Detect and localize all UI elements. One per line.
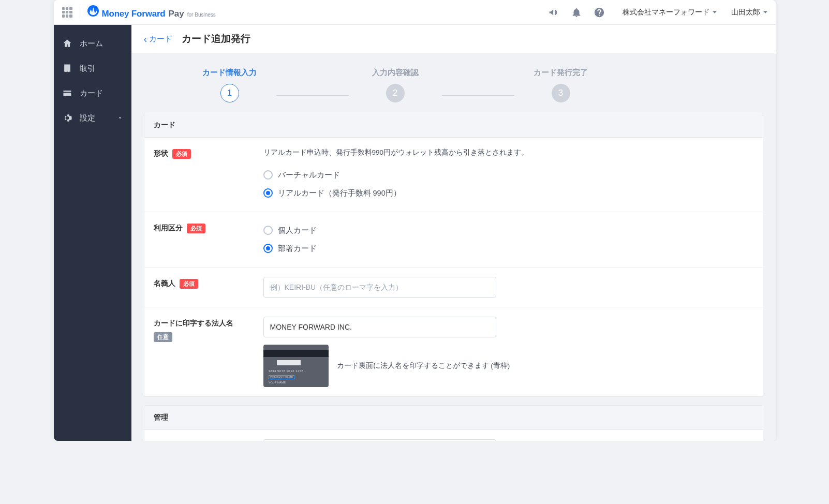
sidebar-item-label: 設定: [80, 113, 95, 123]
step-circle: 3: [552, 84, 570, 102]
gear-icon: [62, 113, 72, 123]
step-line: [442, 95, 514, 96]
shape-note: リアルカード申込時、発行手数料990円がウォレット残高から引き落とされます。: [263, 147, 606, 159]
row-usage: 利用区分 必須 個人カード 部署カード: [144, 212, 763, 268]
user-dropdown[interactable]: 山田太郎: [731, 8, 767, 17]
radio-label: リアルカード（発行手数料 990円）: [278, 188, 401, 198]
required-badge: 必須: [187, 224, 205, 233]
radio-virtual-card[interactable]: バーチャルカード: [263, 166, 606, 184]
management-panel: 管理 部署: [144, 405, 763, 441]
corp-name-input[interactable]: [263, 317, 496, 337]
apps-grid-icon[interactable]: [62, 7, 72, 18]
radio-personal-card[interactable]: 個人カード: [263, 221, 606, 240]
radio-icon: [263, 244, 273, 253]
card-panel: カード 形状 必須 リアルカード申込時、発行手数料990円がウォレット残高から引…: [144, 113, 763, 397]
radio-icon: [263, 226, 273, 235]
radio-label: 個人カード: [278, 226, 317, 235]
caret-down-icon: [763, 11, 767, 13]
sidebar: ホーム 取引 カード 設定: [54, 25, 131, 441]
bell-icon[interactable]: [571, 7, 582, 18]
divider: [80, 7, 80, 18]
stepper: カード情報入力 1 入力内容確認 2 カード発行完了 3: [131, 53, 776, 113]
global-header: Money Forward Pay for Business 株式会社マネーフォ…: [54, 0, 776, 25]
sample-your-name: YOUR NAME: [269, 381, 286, 384]
company-name: 株式会社マネーフォワード: [623, 8, 709, 17]
help-icon[interactable]: [594, 7, 605, 18]
sidebar-item-home[interactable]: ホーム: [54, 31, 131, 56]
sidebar-item-label: ホーム: [80, 39, 103, 49]
user-name: 山田太郎: [731, 8, 760, 17]
logo-text-main: Money Forward: [102, 9, 166, 19]
announcement-icon[interactable]: [548, 7, 559, 18]
step-1: カード情報入力 1: [183, 68, 276, 102]
page-title: カード追加発行: [182, 32, 250, 46]
chevron-down-icon: [117, 114, 123, 123]
receipt-icon: [62, 63, 72, 73]
page-topbar: カード カード追加発行: [131, 25, 776, 53]
optional-badge: 任意: [154, 332, 172, 342]
logo-mark-icon: [87, 5, 99, 17]
panel-header: 管理: [144, 406, 763, 430]
row-department: 部署: [144, 430, 763, 441]
radio-icon: [263, 188, 273, 198]
step-circle: 2: [386, 84, 405, 102]
logo-text-sub: Pay: [169, 9, 184, 19]
home-icon: [62, 38, 72, 49]
radio-icon: [263, 170, 273, 180]
main-content: カード カード追加発行 カード情報入力 1 入力内容確認 2 カード発行完了 3: [131, 25, 776, 441]
card-icon: [62, 88, 72, 98]
panel-header: カード: [144, 113, 763, 138]
field-label: 利用区分: [154, 224, 183, 233]
step-label: 入力内容確認: [372, 68, 419, 78]
required-badge: 必須: [180, 279, 198, 289]
breadcrumb-back[interactable]: カード: [144, 34, 173, 44]
corp-name-description: カード裏面に法人名を印字することができます (青枠): [337, 360, 510, 372]
step-circle: 1: [220, 84, 239, 102]
logo-text-tag: for Business: [187, 12, 216, 18]
product-logo[interactable]: Money Forward Pay for Business: [87, 5, 216, 19]
row-holder: 名義人 必須: [144, 268, 763, 307]
radio-label: 部署カード: [278, 244, 317, 254]
row-shape: 形状 必須 リアルカード申込時、発行手数料990円がウォレット残高から引き落とさ…: [144, 138, 763, 212]
field-label: カードに印字する法人名: [154, 319, 233, 328]
card-back-preview: 1234 5678 9012 1456 COMPANY NAME YOUR NA…: [263, 345, 329, 387]
sidebar-item-label: 取引: [80, 64, 95, 73]
step-2: 入力内容確認 2: [349, 68, 442, 102]
row-corp-name: カードに印字する法人名 任意 1234 5678 9012 1456 COMP: [144, 307, 763, 396]
radio-label: バーチャルカード: [278, 170, 340, 180]
radio-real-card[interactable]: リアルカード（発行手数料 990円）: [263, 184, 606, 202]
field-label: 名義人: [154, 279, 175, 288]
holder-name-input[interactable]: [263, 277, 496, 298]
caret-down-icon: [713, 11, 717, 13]
sample-card-number: 1234 5678 9012 1456: [269, 369, 304, 373]
sample-company-name: COMPANY NAME: [269, 375, 295, 379]
sidebar-item-transactions[interactable]: 取引: [54, 56, 131, 81]
sidebar-item-label: カード: [80, 88, 103, 98]
step-line: [276, 95, 349, 96]
step-label: カード発行完了: [534, 68, 588, 78]
step-3: カード発行完了 3: [514, 68, 608, 102]
radio-department-card[interactable]: 部署カード: [263, 240, 606, 258]
sidebar-item-card[interactable]: カード: [54, 81, 131, 106]
step-label: カード情報入力: [202, 68, 257, 78]
company-dropdown[interactable]: 株式会社マネーフォワード: [623, 8, 717, 17]
department-input[interactable]: [263, 439, 496, 441]
field-label: 形状: [154, 149, 168, 158]
required-badge: 必須: [172, 149, 191, 159]
sidebar-item-settings[interactable]: 設定: [54, 106, 131, 130]
